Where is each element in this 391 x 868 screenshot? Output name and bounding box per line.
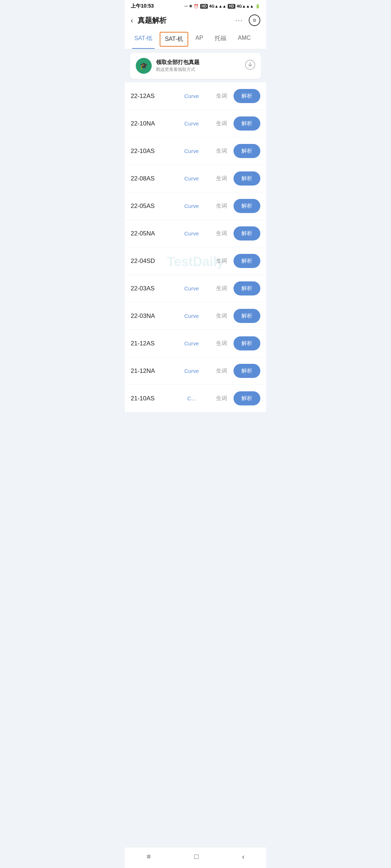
page-title: 真题解析 xyxy=(138,16,167,25)
item-curve[interactable]: Curve xyxy=(171,285,213,292)
analyze-button[interactable]: 解析 xyxy=(234,171,260,186)
list-item: 22-04SD 生词 解析 xyxy=(125,247,266,275)
item-vocab[interactable]: 生词 xyxy=(213,93,231,99)
analyze-button[interactable]: 解析 xyxy=(234,309,260,323)
tabs-container: SAT-纸 SAT-机 AP 托福 AMC xyxy=(125,30,266,49)
item-vocab[interactable]: 生词 xyxy=(213,148,231,154)
back-button[interactable]: ‹ xyxy=(131,16,133,25)
item-curve[interactable]: Curve xyxy=(171,230,213,237)
item-vocab[interactable]: 生词 xyxy=(213,367,231,374)
item-name: 21-12NA xyxy=(131,367,171,375)
banner-title: 领取全部打包真题 xyxy=(156,59,241,66)
item-vocab[interactable]: 生词 xyxy=(213,340,231,347)
item-name: 22-12AS xyxy=(131,93,171,100)
item-vocab[interactable]: 生词 xyxy=(213,120,231,127)
list-item: 21-10AS C... 生词 解析 xyxy=(125,385,266,412)
status-bar: 上午10:53 ··· ✳ ⏰ HD 4G▲▲▲ HD 4G▲▲▲ 🔋 xyxy=(125,0,266,11)
tab-sat-machine[interactable]: SAT-机 xyxy=(160,32,188,47)
analyze-button[interactable]: 解析 xyxy=(234,281,260,295)
item-name: 21-12AS xyxy=(131,340,171,347)
list-item: 22-08AS Curve 生词 解析 xyxy=(125,165,266,192)
banner[interactable]: 🎓 领取全部打包真题 戳这里查看领取方式 xyxy=(130,53,261,79)
list-container: TestDaily 22-12AS Curve 生词 解析 22-10NA Cu… xyxy=(125,82,266,441)
header: ‹ 真题解析 ··· ⊙ xyxy=(125,11,266,30)
analyze-button[interactable]: 解析 xyxy=(234,254,260,268)
item-vocab[interactable]: 生词 xyxy=(213,258,231,264)
scan-button[interactable]: ⊙ xyxy=(249,14,260,26)
tab-amc[interactable]: AMC xyxy=(232,30,257,49)
analyze-button[interactable]: 解析 xyxy=(234,199,260,213)
item-name: 22-10NA xyxy=(131,120,171,127)
item-curve[interactable]: Curve xyxy=(171,203,213,209)
item-curve[interactable]: C... xyxy=(171,395,213,401)
item-name: 22-03NA xyxy=(131,312,171,320)
analyze-button[interactable]: 解析 xyxy=(234,336,260,350)
item-name: 21-10AS xyxy=(131,395,171,402)
more-menu-button[interactable]: ··· xyxy=(235,17,243,24)
item-vocab[interactable]: 生词 xyxy=(213,285,231,292)
tab-sat-paper[interactable]: SAT-纸 xyxy=(129,30,158,49)
item-name: 22-05AS xyxy=(131,203,171,210)
item-curve[interactable]: Curve xyxy=(171,175,213,182)
item-curve[interactable]: Curve xyxy=(171,148,213,154)
item-name: 22-03AS xyxy=(131,285,171,292)
item-vocab[interactable]: 生词 xyxy=(213,230,231,237)
analyze-button[interactable]: 解析 xyxy=(234,116,260,131)
item-name: 22-10AS xyxy=(131,148,171,155)
analyze-button[interactable]: 解析 xyxy=(234,364,260,378)
analyze-button[interactable]: 解析 xyxy=(234,391,260,405)
banner-icon: 🎓 xyxy=(136,58,152,74)
item-name: 22-08AS xyxy=(131,175,171,182)
list-item: 22-10NA Curve 生词 解析 xyxy=(125,110,266,137)
item-vocab[interactable]: 生词 xyxy=(213,312,231,319)
download-icon[interactable] xyxy=(245,60,255,72)
list-item: 22-10AS Curve 生词 解析 xyxy=(125,137,266,165)
list-item: 22-12AS Curve 生词 解析 xyxy=(125,82,266,110)
item-curve[interactable]: Curve xyxy=(171,120,213,127)
list-item: 22-05NA Curve 生词 解析 xyxy=(125,220,266,247)
item-vocab[interactable]: 生词 xyxy=(213,203,231,209)
list-item: 21-12NA Curve 生词 解析 xyxy=(125,357,266,385)
item-name: 22-05NA xyxy=(131,230,171,237)
item-curve[interactable]: Curve xyxy=(171,368,213,374)
status-time: 上午10:53 xyxy=(131,3,154,9)
status-icons: ··· ✳ ⏰ HD 4G▲▲▲ HD 4G▲▲▲ 🔋 xyxy=(184,4,260,9)
item-curve[interactable]: Curve xyxy=(171,313,213,319)
list-item: 22-03NA Curve 生词 解析 xyxy=(125,302,266,330)
item-vocab[interactable]: 生词 xyxy=(213,175,231,182)
tab-ap[interactable]: AP xyxy=(190,30,209,49)
analyze-button[interactable]: 解析 xyxy=(234,226,260,241)
list-item: 22-05AS Curve 生词 解析 xyxy=(125,192,266,220)
analyze-button[interactable]: 解析 xyxy=(234,89,260,103)
item-curve[interactable]: Curve xyxy=(171,340,213,346)
analyze-button[interactable]: 解析 xyxy=(234,144,260,158)
list-item: 21-12AS Curve 生词 解析 xyxy=(125,330,266,357)
item-curve[interactable]: Curve xyxy=(171,93,213,99)
list-item: 22-03AS Curve 生词 解析 xyxy=(125,275,266,302)
item-name: 22-04SD xyxy=(131,258,171,265)
tab-toefl[interactable]: 托福 xyxy=(209,30,232,49)
item-vocab[interactable]: 生词 xyxy=(213,395,231,402)
banner-subtitle: 戳这里查看领取方式 xyxy=(156,67,241,73)
